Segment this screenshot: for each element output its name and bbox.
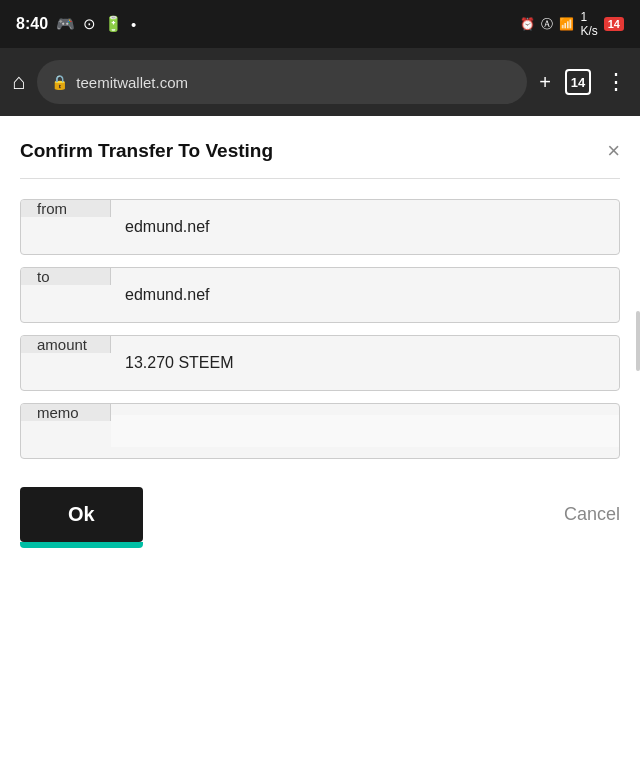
alarm-icon: ⏰ bbox=[520, 17, 535, 31]
address-text: teemitwallet.com bbox=[76, 74, 188, 91]
address-bar[interactable]: 🔒 teemitwallet.com bbox=[37, 60, 527, 104]
scroll-hint bbox=[636, 311, 640, 371]
dialog-title-row: Confirm Transfer To Vesting × bbox=[20, 140, 620, 162]
amount-value: 13.270 STEEM bbox=[111, 338, 619, 388]
ok-button[interactable]: Ok bbox=[20, 487, 143, 542]
amount-field-row: amount 13.270 STEEM bbox=[20, 335, 620, 391]
from-label: from bbox=[21, 200, 111, 217]
amount-label: amount bbox=[21, 336, 111, 353]
more-menu-icon[interactable]: ⋮ bbox=[605, 69, 628, 95]
home-icon[interactable]: ⌂ bbox=[12, 69, 25, 95]
divider bbox=[20, 178, 620, 179]
vpn-icon: Ⓐ bbox=[541, 16, 553, 33]
button-row: Ok Cancel bbox=[20, 487, 620, 542]
page-content: Confirm Transfer To Vesting × from edmun… bbox=[0, 116, 640, 566]
memo-label: memo bbox=[21, 404, 111, 421]
from-field-row: from edmund.nef bbox=[20, 199, 620, 255]
status-right: ⏰ Ⓐ 📶 1K/s 14 bbox=[520, 10, 624, 38]
battery-badge: 14 bbox=[604, 17, 624, 31]
lock-icon: 🔒 bbox=[51, 74, 68, 90]
to-label: to bbox=[21, 268, 111, 285]
tab-count[interactable]: 14 bbox=[565, 69, 591, 95]
signal-icon: 📶 bbox=[559, 17, 574, 31]
dialog-title: Confirm Transfer To Vesting bbox=[20, 140, 273, 162]
add-tab-icon[interactable]: + bbox=[539, 71, 551, 94]
game-icon: 🎮 bbox=[56, 15, 75, 33]
media-icon: ⊙ bbox=[83, 15, 96, 33]
status-time: 8:40 bbox=[16, 15, 48, 33]
close-button[interactable]: × bbox=[607, 140, 620, 162]
network-speed: 1K/s bbox=[580, 10, 597, 38]
memo-field-row: memo bbox=[20, 403, 620, 459]
dot-indicator: • bbox=[131, 16, 136, 33]
battery-icon: 🔋 bbox=[104, 15, 123, 33]
to-value: edmund.nef bbox=[111, 270, 619, 320]
browser-bar: ⌂ 🔒 teemitwallet.com + 14 ⋮ bbox=[0, 48, 640, 116]
cancel-button[interactable]: Cancel bbox=[564, 504, 620, 525]
to-field-row: to edmund.nef bbox=[20, 267, 620, 323]
memo-value[interactable] bbox=[111, 415, 619, 447]
browser-actions: + 14 ⋮ bbox=[539, 69, 628, 95]
status-bar: 8:40 🎮 ⊙ 🔋 • ⏰ Ⓐ 📶 1K/s 14 bbox=[0, 0, 640, 48]
from-value: edmund.nef bbox=[111, 202, 619, 252]
